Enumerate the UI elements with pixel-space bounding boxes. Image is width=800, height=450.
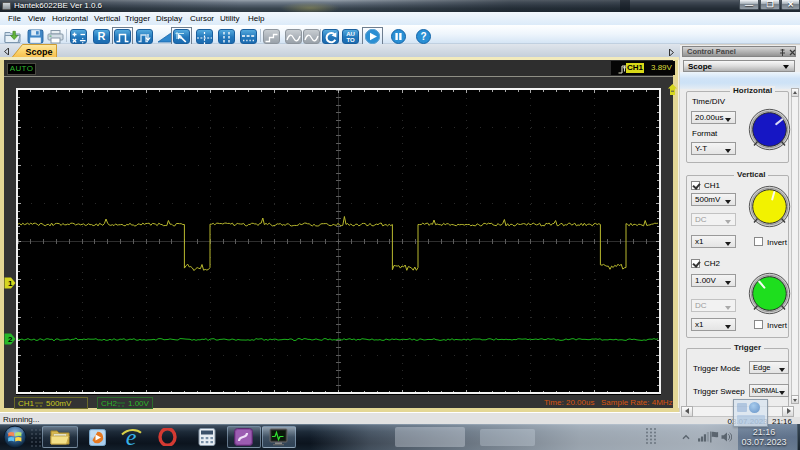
- svg-text:1: 1: [8, 279, 13, 288]
- svg-text:2: 2: [8, 335, 13, 344]
- svg-text:Scope: Scope: [25, 47, 52, 57]
- svg-text:?: ?: [420, 31, 426, 42]
